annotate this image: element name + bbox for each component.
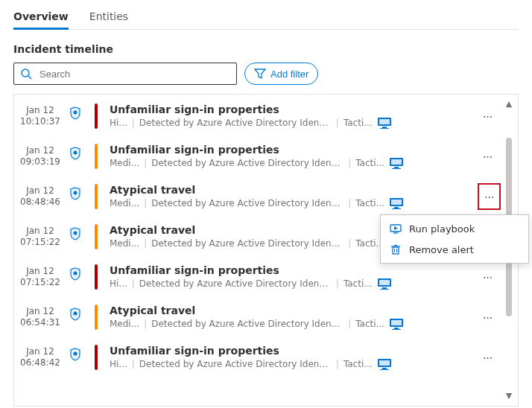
timeline-row[interactable]: Jan 1206:54:31Atypical travelMedi...|Det… xyxy=(16,297,500,337)
tactics-label: Tacti... xyxy=(343,118,373,128)
time: 10:10:37 xyxy=(19,116,62,127)
item-content: Atypical travelMedi...|Detected by Azure… xyxy=(110,305,468,330)
search-input[interactable] xyxy=(38,68,230,80)
time: 09:03:19 xyxy=(19,156,62,168)
more-actions-button[interactable]: ⋯ xyxy=(475,305,500,330)
item-title: Atypical travel xyxy=(110,184,471,196)
severity-bar xyxy=(95,224,98,249)
date: Jan 12 xyxy=(19,306,62,317)
svg-rect-29 xyxy=(391,320,402,325)
menu-run-playbook-label: Run playbook xyxy=(409,223,475,235)
svg-rect-4 xyxy=(379,119,390,124)
monitor-icon xyxy=(377,117,392,129)
date: Jan 12 xyxy=(19,145,62,156)
monitor-icon xyxy=(377,358,392,370)
more-actions-button[interactable]: ⋯ xyxy=(475,345,500,370)
timeline-row[interactable]: Jan 1209:03:19Unfamiliar sign-in propert… xyxy=(16,136,500,176)
svg-point-2 xyxy=(74,111,77,115)
tab-entities[interactable]: Entities xyxy=(89,6,128,29)
svg-point-22 xyxy=(74,272,77,275)
tactics-label: Tacti... xyxy=(355,158,384,168)
svg-rect-10 xyxy=(394,167,399,168)
tactics-label: Tacti... xyxy=(355,198,384,208)
timeline-row[interactable]: Jan 1208:48:46Atypical travelMedi...|Det… xyxy=(16,176,500,217)
severity-bar xyxy=(95,345,98,370)
filter-icon xyxy=(254,68,266,80)
svg-point-12 xyxy=(74,191,77,195)
shield-icon xyxy=(69,187,81,200)
add-filter-button[interactable]: Add filter xyxy=(244,63,318,85)
item-meta: Medi...|Detected by Azure Active Directo… xyxy=(110,197,471,209)
item-meta: Hi...|Detected by Azure Active Directory… xyxy=(110,278,468,290)
context-menu: Run playbook Remove alert xyxy=(380,214,529,264)
svg-rect-30 xyxy=(394,328,399,329)
alert-type-icon-col xyxy=(69,184,83,209)
detected-by: Detected by Azure Active Directory Ident… xyxy=(139,118,332,128)
svg-point-17 xyxy=(74,232,77,235)
svg-rect-40 xyxy=(393,247,399,254)
severity-label: Medi... xyxy=(110,198,139,208)
svg-rect-35 xyxy=(382,368,387,369)
item-content: Unfamiliar sign-in propertiesHi...|Detec… xyxy=(110,103,468,129)
timestamp: Jan 1210:10:37 xyxy=(19,103,62,129)
more-actions-button[interactable]: ⋯ xyxy=(475,144,500,169)
severity-label: Medi... xyxy=(110,158,139,168)
alert-type-icon-col xyxy=(69,305,83,330)
shield-icon xyxy=(69,348,81,361)
scroll-down-icon[interactable]: ▼ xyxy=(506,391,512,401)
date: Jan 12 xyxy=(19,266,62,277)
alert-type-icon-col xyxy=(69,103,83,129)
menu-run-playbook[interactable]: Run playbook xyxy=(381,218,528,239)
timestamp: Jan 1206:48:42 xyxy=(19,345,62,370)
search-row: Add filter xyxy=(13,63,519,85)
item-title: Unfamiliar sign-in properties xyxy=(110,144,468,156)
severity-label: Hi... xyxy=(110,278,127,289)
tactics-label: Tacti... xyxy=(343,359,373,369)
tactics-label: Tacti... xyxy=(355,319,384,329)
detected-by: Detected by Azure Active Directory Ident… xyxy=(139,359,332,369)
detected-by: Detected by Azure Active Directory Ident… xyxy=(151,198,343,208)
time: 08:48:46 xyxy=(19,197,62,208)
trash-icon xyxy=(390,243,402,255)
shield-icon xyxy=(69,267,81,281)
tactics-label: Tacti... xyxy=(343,278,373,289)
shield-icon xyxy=(69,147,81,160)
svg-rect-9 xyxy=(391,159,402,165)
detected-by: Detected by Azure Active Directory Ident… xyxy=(151,319,343,329)
alert-type-icon-col xyxy=(69,264,83,290)
severity-label: Hi... xyxy=(110,359,127,369)
menu-remove-alert[interactable]: Remove alert xyxy=(381,239,528,260)
detected-by: Detected by Azure Active Directory Ident… xyxy=(151,158,343,168)
svg-rect-25 xyxy=(382,287,387,289)
svg-rect-14 xyxy=(391,200,402,205)
search-box[interactable] xyxy=(13,63,237,85)
monitor-icon xyxy=(377,278,392,290)
timeline-row[interactable]: Jan 1206:48:42Unfamiliar sign-in propert… xyxy=(16,337,500,377)
item-title: Unfamiliar sign-in properties xyxy=(110,345,468,357)
timeline-row[interactable]: Jan 1210:10:37Unfamiliar sign-in propert… xyxy=(16,96,500,136)
severity-bar xyxy=(95,305,98,330)
shield-icon xyxy=(69,227,81,240)
time: 07:15:22 xyxy=(19,277,62,288)
timestamp: Jan 1207:15:22 xyxy=(19,264,62,290)
monitor-icon xyxy=(389,157,404,169)
more-actions-button[interactable]: ⋯ xyxy=(478,184,500,209)
playbook-icon xyxy=(390,223,402,235)
tab-overview[interactable]: Overview xyxy=(13,6,69,30)
item-title: Unfamiliar sign-in properties xyxy=(110,264,468,276)
svg-rect-34 xyxy=(379,360,390,366)
monitor-icon xyxy=(389,197,404,209)
alert-type-icon-col xyxy=(69,345,83,370)
svg-rect-15 xyxy=(394,207,399,208)
item-content: Atypical travelMedi...|Detected by Azure… xyxy=(110,184,471,209)
alert-type-icon-col xyxy=(69,224,83,249)
more-actions-button[interactable]: ⋯ xyxy=(475,103,500,129)
shield-icon xyxy=(69,307,81,321)
svg-rect-5 xyxy=(382,127,387,128)
item-content: Unfamiliar sign-in propertiesMedi...|Det… xyxy=(110,144,468,169)
severity-bar xyxy=(95,144,98,169)
timestamp: Jan 1209:03:19 xyxy=(19,144,62,169)
scroll-up-icon[interactable]: ▲ xyxy=(506,99,512,109)
more-actions-button[interactable]: ⋯ xyxy=(475,264,500,290)
panel-title: Incident timeline xyxy=(13,43,519,55)
